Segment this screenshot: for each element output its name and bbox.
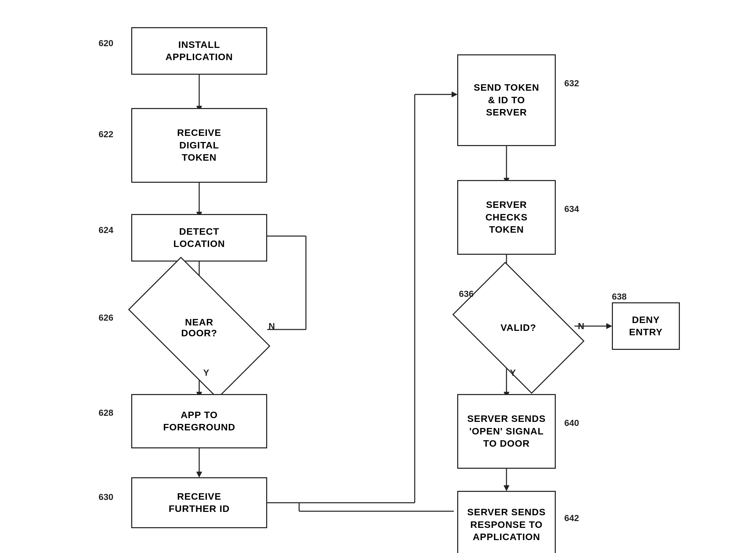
ref-642: 642 [564,513,579,523]
ref-630: 630 [99,492,113,502]
ref-638: 638 [612,291,626,302]
server-checks-token-box: SERVERCHECKSTOKEN [457,180,556,255]
near-door-n-label: N [269,321,275,332]
ref-636: 636 [459,289,474,299]
svg-marker-27 [504,485,509,491]
ref-626: 626 [99,313,113,323]
ref-620: 620 [99,38,113,49]
ref-628: 628 [99,408,113,418]
app-foreground-box: APP TOFOREGROUND [131,394,267,448]
flowchart-diagram: INSTALLAPPLICATION 620 RECEIVEDIGITALTOK… [0,0,756,553]
svg-marker-17 [452,92,457,97]
near-door-y-label: Y [203,368,209,378]
ref-632: 632 [564,78,579,89]
ref-640: 640 [564,418,579,428]
svg-marker-13 [196,472,202,477]
ref-634: 634 [564,204,579,214]
install-application-box: INSTALLAPPLICATION [131,27,267,75]
ref-622: 622 [99,129,113,140]
detect-location-box: DETECTLOCATION [131,214,267,262]
near-door-diamond: NEARDOOR? [136,290,262,365]
valid-diamond: VALID? [462,290,574,365]
receive-digital-token-box: RECEIVEDIGITALTOKEN [131,108,267,183]
valid-n-label: N [578,321,584,332]
deny-entry-box: DENYENTRY [612,302,680,350]
server-response-box: SERVER SENDSRESPONSE TOAPPLICATION [457,491,556,553]
send-token-box: SEND TOKEN& ID TOSERVER [457,54,556,146]
ref-624: 624 [99,225,113,235]
valid-y-label: Y [510,368,516,378]
svg-marker-23 [606,323,612,329]
receive-further-id-box: RECEIVEFURTHER ID [131,477,267,528]
arrows-layer [0,0,756,553]
server-open-signal-box: SERVER SENDS'OPEN' SIGNALTO DOOR [457,394,556,469]
